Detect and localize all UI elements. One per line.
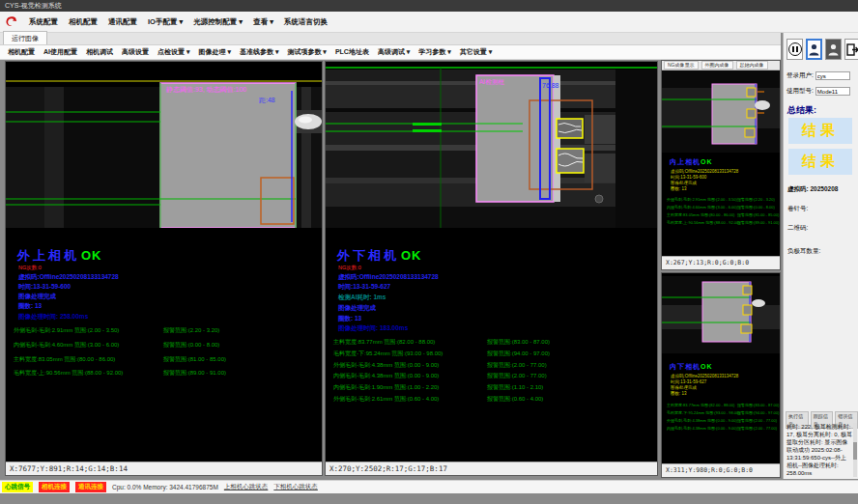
model-field[interactable] [815,87,850,96]
menu-system-config[interactable]: 系统配置 [29,17,58,27]
menu-light-config[interactable]: 光源控制配置 ▾ [193,17,243,27]
alarm-range: 报警范围:(94.00 - 97.00) [737,410,779,415]
menu-view[interactable]: 查看 ▾ [253,17,273,27]
camera-image-outer-top[interactable]: 静态阈值:93, 动态阈值:100 距:48 [6,62,322,228]
measurement-row: 外侧毛刺-毛刺:2.91mm 范围:(2.00 - 3.50) [667,197,737,202]
exit-button[interactable] [844,39,858,60]
menu-camera-config[interactable]: 相机配置 [69,17,98,27]
camera2-barcode: 虚拟码:Offline20250208133134728 [338,273,439,282]
preview-image-inner-top[interactable] [662,70,780,153]
model-label: 使用型号: [786,87,814,96]
pin-number-row: 卷针号: [787,205,808,213]
title-bar: CYS-视觉检测系统 [0,0,858,12]
status-bar: 心跳信号 相机连接 通讯连接 Cpu: 0.0% Memory: 3424.41… [0,480,858,493]
measurement-row: 主料宽度:83.05mm 范围:(80.00 - 86.00) [667,212,734,217]
alarm-range: 报警范围:(2.20 - 3.20) [737,197,775,202]
alarm-range: 报警范围:(2.00 - 77.00) [737,426,777,431]
app-window: CYS-视觉检测系统 系统配置 相机配置 通讯配置 IO手配置 ▾ 光源控制配置… [0,0,858,504]
camera1-proc-time: 图像处理时间: 258.00ms [18,313,88,322]
app-logo-icon [4,14,18,29]
tool-camera-debug[interactable]: 相机调试 [86,47,113,57]
preview-image-inner-bottom[interactable] [662,276,780,353]
tool-other-settings[interactable]: 其它设置 ▾ [460,47,492,57]
tab-ng-image[interactable]: NG成像显示 [664,61,699,70]
camera2-ng-count: NG次数:0 [338,265,361,271]
tab-run-image[interactable]: 运行图像 [3,31,47,44]
measurement-row: 外侧毛刺-毛刺:4.38mm 范围:(0.00 - 9.00) [667,418,737,423]
tool-learning-params[interactable]: 学习参数 ▾ [418,47,450,57]
measurement-row: 主料宽度:83.05mm 范围:(80.00 - 86.00) [14,355,115,364]
preview-panel-inner-bottom: 内下相机OK 虚拟码:Offline20250208133134728 时间:1… [661,272,781,478]
tool-advanced-settings[interactable]: 高级设置 [122,47,149,57]
camera2-proc-time: 图像处理时间: 183.00ms [338,324,408,333]
alarm-range: 报警范围:(1.10 - 2.10) [487,383,543,392]
alarm-range: 报警范围:(2.20 - 3.20) [163,326,219,335]
preview-bottom-title: 内下相机OK [670,362,713,372]
user-button[interactable] [806,39,822,60]
upper-camera-heartbeat-link[interactable]: 上相机心跳状态 [224,483,269,491]
result-badge-2: 结果 [788,149,852,175]
camera1-round: 圈数: 13 [18,302,42,311]
camera2-time: 时间:13-31-59-627 [338,283,390,292]
lower-camera-heartbeat-link[interactable]: 下相机心跳状态 [273,483,318,491]
width-overlay-value: 76.88 [542,82,559,89]
tool-ai-config[interactable]: AI使用配置 [43,47,77,57]
barcode-row: 虚拟码: 20250208 [787,185,838,194]
alarm-range: 报警范围:(81.00 - 85.00) [163,355,226,364]
control-button-row [786,39,858,60]
tool-baseline-params[interactable]: 基准线参数 ▾ [240,47,278,57]
menu-comm-config[interactable]: 通讯配置 [108,17,137,27]
camera1-ng-count: NG次数:0 [18,265,42,271]
camera1-time: 时间:13-31-59-600 [18,283,71,292]
camera1-barcode: 虚拟码:Offline20250208133134728 [18,273,119,282]
alarm-range: 报警范围:(94.00 - 97.00) [487,350,550,358]
right-sidebar: 登录用户: 使用型号: 总结果: 结果 结果 虚拟码: 20250208 卷针号… [783,33,858,479]
tab-strip: 运行图像 [0,33,781,45]
tool-image-processing[interactable]: 图像处理 ▾ [198,47,230,57]
tool-plc-address[interactable]: PLC地址表 [335,47,369,57]
tool-advanced-debug[interactable]: 高级调试 ▾ [378,47,410,57]
alarm-range: 报警范围:(2.00 - 77.00) [487,361,547,370]
preview-info-line: 时间:13-31-59-627 [671,379,706,384]
measurement-row: 毛料宽度-下:95.24mm 范围:(93.00 - 98.00) [333,350,443,358]
alarm-range: 报警范围:(89.00 - 91.00) [737,220,779,225]
heartbeat-badge: 心跳信号 [2,482,33,492]
menu-language-switch[interactable]: 系统语言切换 [284,17,328,27]
measurement-row: 毛料宽度-下:95.24mm 范围:(93.00 - 98.00) [667,410,740,415]
camera2-status: OK [401,248,422,263]
ai-box-overlay-label: AI检测框 [479,78,504,86]
threshold-overlay-label: 静态阈值:93, 动态阈值:100 [166,86,246,94]
camera1-title: 外上相机OK [17,247,102,265]
menu-io-config[interactable]: IO手配置 ▾ [148,17,183,27]
alarm-range: 报警范围:(89.00 - 91.00) [163,369,226,378]
measurement-row: 毛料宽度-上:90.56mm 范围:(88.00 - 92.00) [14,369,123,378]
pause-icon [788,42,802,56]
user-manage-button[interactable] [825,39,842,60]
camera1-status: OK [81,248,102,263]
camera-image-outer-bottom[interactable]: AI检测框 76.88 [326,62,657,228]
measurement-row: 外侧毛刺-毛刺:4.38mm 范围:(0.00 - 9.00) [333,361,439,370]
camera-panel-outer-bottom: AI检测框 76.88 外下相机OK NG次数:0 虚拟码:Offline202… [325,61,658,476]
tool-camera-config[interactable]: 相机配置 [8,47,35,57]
login-user-field[interactable] [815,71,850,80]
measurement-row: 主料宽度:83.77mm 范围:(82.00 - 88.00) [333,338,435,347]
result-badge-1: 结果 [788,118,852,144]
model-row: 使用型号: [786,87,850,96]
camera2-done: 图像处理完成 [338,304,376,313]
camera1-coordinate-bar: X:7677;Y:891;R:14;G:14;B:14 [6,462,322,475]
measurement-row: 外侧毛刺-毛刺:2.61mm 范围:(0.60 - 4.00) [333,395,439,404]
log-scrollbar[interactable] [853,423,857,477]
execution-log: 耗时: 222, 极耳检测耗时: 17, 极耳分离耗时: 0, 极耳提取分区耗时… [786,423,852,477]
tab-start-image[interactable]: 起始内成像 [736,61,768,70]
comm-connection-badge: 通讯连接 [75,482,106,492]
preview-top-coordinate-bar: X:267;Y:13;R:0;G:0;B:0 [662,256,780,269]
tab-outer-ring-image[interactable]: 外圈内成像 [701,61,733,70]
total-result-label: 总结果: [787,104,816,117]
measurement-row: 内侧毛刺-毛刺:4.38mm 范围:(0.00 - 9.00) [667,426,737,431]
preview-top-title: 内上相机OK [670,157,713,167]
login-user-label: 登录用户: [786,71,814,80]
log-scrollbar-thumb[interactable] [853,442,857,460]
tool-test-params[interactable]: 测试项参数 ▾ [287,47,326,57]
tool-spot-check[interactable]: 点检设置 ▾ [157,47,189,57]
pause-button[interactable] [786,39,803,60]
